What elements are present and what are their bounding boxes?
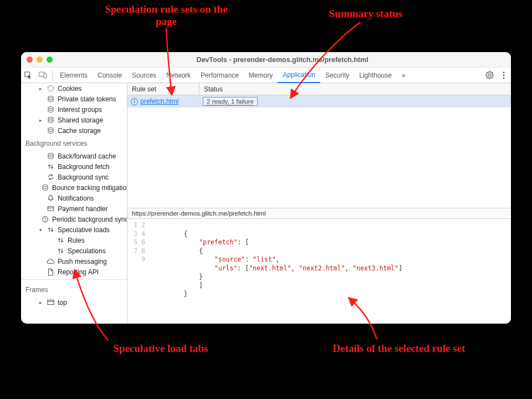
svg-point-10	[48, 127, 53, 130]
tab-network[interactable]: Network	[161, 68, 196, 83]
svg-rect-16	[47, 300, 53, 304]
sidebar-item-periodic-background-sync[interactable]: Periodic background sync	[21, 214, 127, 224]
svg-point-11	[48, 153, 53, 155]
sidebar-item-push-messaging[interactable]: Push messaging	[21, 256, 127, 267]
ruleset-source-code[interactable]: 1 2 3 4 5 6 7 8 9 { "prefetch": [ { "sou…	[127, 219, 511, 324]
sidebar-item-speculations[interactable]: Speculations	[21, 245, 127, 256]
sidebar-item-label: Back/forward cache	[58, 152, 116, 160]
disclosure-triangle-icon[interactable]: ▸	[38, 86, 43, 91]
db-icon	[47, 127, 54, 135]
updown-icon	[47, 226, 54, 234]
ruleset-row[interactable]: i prefetch.html 2 ready, 1 failure	[127, 95, 511, 108]
disclosure-triangle-icon[interactable]: ▾	[38, 227, 43, 233]
ruleset-status-badge[interactable]: 2 ready, 1 failure	[203, 97, 258, 106]
doc-icon	[47, 268, 54, 276]
sidebar-item-label: Cookies	[58, 85, 81, 93]
column-header-status[interactable]: Status	[200, 83, 511, 95]
sidebar-item-label: Private state tokens	[58, 95, 116, 103]
updown-icon	[57, 247, 64, 255]
sidebar-group-background-services: Background services	[21, 136, 127, 151]
sidebar-item-shared-storage[interactable]: ▸Shared storage	[21, 115, 127, 125]
sidebar-item-label: Push messaging	[58, 258, 107, 265]
sidebar-item-label: Rules	[68, 237, 85, 244]
sidebar-item-interest-groups[interactable]: Interest groups	[21, 104, 127, 115]
sidebar-item-label: Speculations	[68, 247, 106, 255]
more-tabs-button[interactable]: »	[397, 68, 411, 83]
devtools-window: DevTools - prerender-demos.glitch.me/pre…	[21, 52, 511, 324]
db-icon	[47, 106, 54, 114]
sidebar-item-label: Periodic background sync	[52, 216, 127, 223]
sidebar-item-top[interactable]: ▸top	[21, 297, 127, 308]
sidebar-item-label: Speculative loads	[58, 226, 110, 234]
sidebar-item-private-state-tokens[interactable]: Private state tokens	[21, 94, 127, 104]
sidebar-item-cookies[interactable]: ▸Cookies	[21, 83, 127, 94]
inspect-icon[interactable]	[24, 71, 33, 80]
svg-point-12	[43, 185, 48, 187]
cloud-icon	[47, 258, 54, 265]
sidebar-item-label: Payment handler	[58, 205, 108, 213]
sidebar-item-background-fetch[interactable]: Background fetch	[21, 161, 127, 172]
column-header-rule-set[interactable]: Rule set	[127, 83, 200, 95]
annotation-rule-set-details: Details of the selected rule set	[310, 342, 488, 355]
ruleset-detail-url: https://prerender-demos.glitch.me/prefet…	[127, 208, 511, 219]
window-minimize-icon[interactable]	[37, 57, 43, 63]
annotation-summary-status: Summary status	[310, 8, 421, 20]
sidebar-item-label: Notifications	[58, 195, 94, 202]
sidebar-item-payment-handler[interactable]: Payment handler	[21, 203, 127, 214]
speculation-rules-panel: Rule set Status i prefetch.html 2 ready,…	[127, 83, 511, 324]
window-close-icon[interactable]	[27, 57, 33, 63]
sidebar-item-background-sync[interactable]: Background sync	[21, 172, 127, 182]
svg-rect-13	[48, 207, 54, 211]
window-maximize-icon[interactable]	[47, 57, 53, 63]
sidebar-item-cache-storage[interactable]: Cache storage	[21, 125, 127, 136]
db-icon	[47, 95, 54, 103]
sidebar-item-notifications[interactable]: Notifications	[21, 193, 127, 203]
sidebar-group-frames: Frames	[21, 282, 127, 297]
tab-elements[interactable]: Elements	[55, 68, 93, 83]
devtools-tabbar: ElementsConsoleSourcesNetworkPerformance…	[21, 68, 511, 83]
svg-point-7	[48, 96, 53, 98]
tab-sources[interactable]: Sources	[127, 68, 161, 83]
updown-icon	[57, 237, 64, 244]
sidebar-item-label: Background fetch	[58, 163, 109, 171]
svg-point-5	[503, 77, 505, 79]
sidebar-item-rules[interactable]: Rules	[21, 235, 127, 245]
sidebar-item-bounce-tracking-mitigations[interactable]: Bounce tracking mitigations	[21, 182, 127, 193]
sidebar-item-speculative-loads[interactable]: ▾Speculative loads	[21, 224, 127, 235]
clock-icon	[41, 216, 49, 223]
info-icon: i	[131, 98, 138, 105]
tab-memory[interactable]: Memory	[244, 68, 278, 83]
updown-icon	[47, 163, 54, 171]
db-icon	[47, 116, 54, 124]
kebab-menu-icon[interactable]	[499, 71, 509, 79]
ruleset-source-link[interactable]: prefetch.html	[140, 98, 178, 105]
annotation-speculative-tabs: Speculative load tabs	[94, 342, 227, 355]
sidebar-item-label: top	[58, 299, 67, 306]
tab-console[interactable]: Console	[93, 68, 127, 83]
svg-rect-2	[43, 74, 46, 78]
disclosure-triangle-icon[interactable]: ▸	[38, 117, 43, 123]
sidebar-item-label: Cache storage	[58, 127, 101, 135]
tab-performance[interactable]: Performance	[196, 68, 244, 83]
annotation-rule-sets: Speculation rule sets on the page	[100, 3, 233, 28]
disclosure-triangle-icon[interactable]: ▸	[38, 300, 43, 305]
sidebar-item-back-forward-cache[interactable]: Back/forward cache	[21, 151, 127, 161]
svg-point-3	[503, 71, 505, 73]
sidebar-item-label: Reporting API	[58, 268, 99, 276]
cookie-icon	[47, 85, 54, 93]
sidebar-item-reporting-api[interactable]: Reporting API	[21, 267, 127, 277]
card-icon	[47, 205, 54, 213]
frame-icon	[47, 299, 54, 306]
tab-application[interactable]: Application	[278, 68, 320, 83]
svg-point-4	[503, 74, 505, 76]
db-icon	[41, 184, 49, 192]
sidebar-item-label: Interest groups	[58, 106, 102, 114]
settings-icon[interactable]	[484, 71, 494, 79]
tab-security[interactable]: Security	[320, 68, 354, 83]
sync-icon	[47, 173, 54, 181]
tab-lighthouse[interactable]: Lighthouse	[354, 68, 397, 83]
application-sidebar: ▸CookiesPrivate state tokensInterest gro…	[21, 83, 127, 324]
db-icon	[47, 152, 54, 160]
bell-icon	[47, 195, 54, 202]
device-toolbar-icon[interactable]	[38, 71, 47, 80]
